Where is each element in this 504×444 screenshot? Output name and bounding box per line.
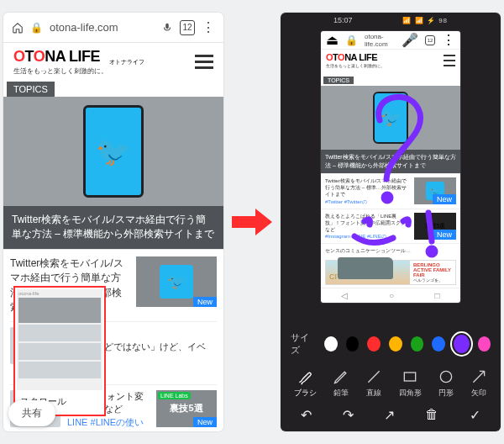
url-text[interactable]: otona-life.com: [50, 21, 155, 34]
left-phone-before: 🔒 otona-life.com 12 ⋮ OTONA LIFE 生活をもっと楽…: [3, 13, 223, 431]
editor-canvas[interactable]: ⏏ 🔒 otona-life.com 🎤 12 ⋮ OTONA LIFE生活をも…: [281, 28, 501, 323]
tool-pencil-label: 鉛筆: [333, 388, 349, 399]
site-tagline: 生活をもっと楽しく刺激的に。: [326, 63, 385, 68]
shot-r1-title: Twitter検索をモバイル/スマホ経由で行う簡単な方法 – 標準…外部検索サイ…: [325, 178, 407, 197]
lock-icon: 🔒: [345, 34, 358, 46]
shot-r2-hash: #Instagram #LINE #LINEの: [325, 234, 386, 239]
save-icon[interactable]: ✓: [470, 407, 480, 423]
status-bar: 15:07 📶 📶 ⚡ 98: [281, 13, 501, 28]
home-icon: ⏏: [326, 32, 339, 48]
swatch-purple-selected[interactable]: [454, 335, 470, 353]
status-time: 15:07: [333, 16, 353, 24]
tool-rect-label: 四角形: [399, 388, 422, 399]
svg-point-4: [440, 371, 451, 382]
android-nav-bar: ◁○□: [321, 288, 460, 303]
undo-icon[interactable]: ↶: [301, 407, 312, 423]
shot-row-2: 教えるとよろこばれる「LINE裏技」！フォント変更や広範囲スクショなど#Inst…: [321, 209, 460, 243]
mic-icon[interactable]: [161, 22, 173, 34]
swatch-red[interactable]: [367, 336, 381, 352]
kebab-menu-icon: ⋮: [442, 32, 455, 48]
new-badge: New: [193, 417, 217, 427]
svg-line-2: [369, 371, 380, 382]
tool-row: ブラシ 鉛筆 直線 四角形 円形 矢印: [281, 365, 501, 400]
tool-line-label: 直線: [366, 388, 381, 399]
recent-icon: □: [435, 291, 440, 300]
swatch-blue[interactable]: [432, 336, 445, 352]
line-labs-badge: LINE Labs: [158, 392, 191, 399]
tool-rect[interactable]: 四角形: [399, 368, 422, 399]
new-badge: New: [193, 297, 217, 307]
home-icon: ○: [389, 291, 394, 300]
ad-sub: ベルランゴを。: [413, 278, 452, 283]
chrome-address-bar: 🔒 otona-life.com 12 ⋮: [3, 13, 223, 43]
shot-row-1: Twitter検索をモバイル/スマホ経由で行う簡単な方法 – 標準…外部検索サイ…: [321, 173, 460, 208]
swatch-green[interactable]: [411, 336, 424, 352]
status-icons: 📶 📶 ⚡ 98: [402, 17, 448, 24]
home-icon[interactable]: [12, 22, 24, 34]
hero-caption[interactable]: Twitter検索をモバイル/スマホ経由で行う簡単な方法 – 標準機能から外部検…: [3, 206, 223, 249]
tab-count: 12: [425, 35, 435, 45]
editor-bottom-ops: ↶ ↷ ↗ 🗑 ✓: [281, 400, 501, 431]
site-kana: オトナライフ: [109, 59, 144, 66]
ad-headline: BERLINGO ACTIVE FAMILY FAIR: [413, 262, 452, 278]
topics-badge[interactable]: TOPICS: [7, 82, 55, 97]
captured-screenshot: ⏏ 🔒 otona-life.com 🎤 12 ⋮ OTONA LIFE生活をも…: [321, 31, 460, 303]
hero-caption: Twitter検索をモバイル/スマホ経由で行う簡単な方法 – 標準機能から外部検…: [321, 150, 460, 173]
shot-r1-hash: #Twitter #Twitterの: [325, 199, 367, 204]
tool-line[interactable]: 直線: [365, 368, 382, 399]
tool-arrow-label: 矢印: [471, 388, 486, 399]
new-badge: New: [433, 194, 456, 204]
new-badge: New: [433, 230, 456, 240]
topics-badge: TOPICS: [323, 77, 354, 84]
color-palette: サイズ: [281, 323, 501, 365]
right-phone-editor: 15:07 📶 📶 ⚡ 98 ⏏ 🔒 otona-life.com 🎤 12 ⋮…: [281, 13, 501, 431]
share-icon[interactable]: ↗: [384, 407, 395, 423]
mini-header: otona-life: [18, 291, 101, 296]
back-icon: ◁: [341, 291, 348, 300]
tool-circle[interactable]: 円形: [438, 368, 454, 399]
swatch-yellow[interactable]: [389, 336, 402, 352]
tab-count[interactable]: 12: [180, 20, 195, 35]
ad-banner: CITROËN BERLINGO ACTIVE FAMILY FAIRベルランゴ…: [325, 260, 456, 285]
twitter-bird-icon: 🐦: [381, 108, 402, 128]
transition-arrow-icon: [232, 209, 272, 235]
row3-thumb: LINE Labs 裏技5選 New: [156, 390, 217, 427]
row3-thumb-text: 裏技5選: [170, 402, 202, 415]
swatch-black[interactable]: [346, 336, 360, 352]
mic-icon: 🎤: [402, 32, 418, 48]
screenshot-preview-overlay[interactable]: otona-life スクロール: [13, 286, 106, 416]
trash-icon[interactable]: 🗑: [425, 407, 438, 423]
shot-row-3: センスのコミュニケーションツール…: [321, 243, 460, 257]
site-logo[interactable]: OTONA LIFE 生活をもっと楽しく刺激的に。 オトナライフ: [13, 48, 144, 76]
hamburger-icon[interactable]: [195, 55, 213, 69]
hamburger-icon: [444, 55, 455, 66]
tool-arrow[interactable]: 矢印: [470, 368, 487, 399]
site-header: OTONA LIFE 生活をもっと楽しく刺激的に。 オトナライフ: [3, 43, 223, 81]
twitter-bird-icon: 🐦: [160, 265, 193, 299]
swatch-pink[interactable]: [478, 336, 491, 352]
ad-brand: CITROËN: [329, 272, 364, 281]
lock-icon: 🔒: [30, 22, 43, 34]
url-text: otona-life.com: [365, 33, 395, 48]
tool-brush[interactable]: ブラシ: [294, 368, 317, 399]
share-pill[interactable]: 共有: [8, 400, 55, 426]
shot-r2-title: 教えるとよろこばれる「LINE裏技」！フォント変更や広範囲スクショなど: [325, 214, 411, 232]
redo-icon[interactable]: ↷: [343, 407, 354, 423]
swatch-white[interactable]: [324, 336, 338, 352]
svg-rect-3: [404, 373, 415, 381]
hero-image[interactable]: 🐦: [3, 97, 223, 206]
tool-pencil[interactable]: 鉛筆: [333, 368, 349, 399]
size-label[interactable]: サイズ: [291, 331, 314, 357]
tool-brush-label: ブラシ: [294, 388, 317, 399]
screenshot-mini-thumb: otona-life: [17, 289, 102, 390]
tool-circle-label: 円形: [438, 388, 454, 399]
row3-hash: LINE #LINEの使い: [67, 417, 144, 427]
shot-r3-title: センスのコミュニケーションツール…: [325, 247, 456, 254]
twitter-bird-icon: 🐦: [96, 135, 131, 168]
site-tagline: 生活をもっと楽しく刺激的に。: [13, 66, 108, 76]
article-1-thumb: 🐦 New: [136, 256, 217, 307]
